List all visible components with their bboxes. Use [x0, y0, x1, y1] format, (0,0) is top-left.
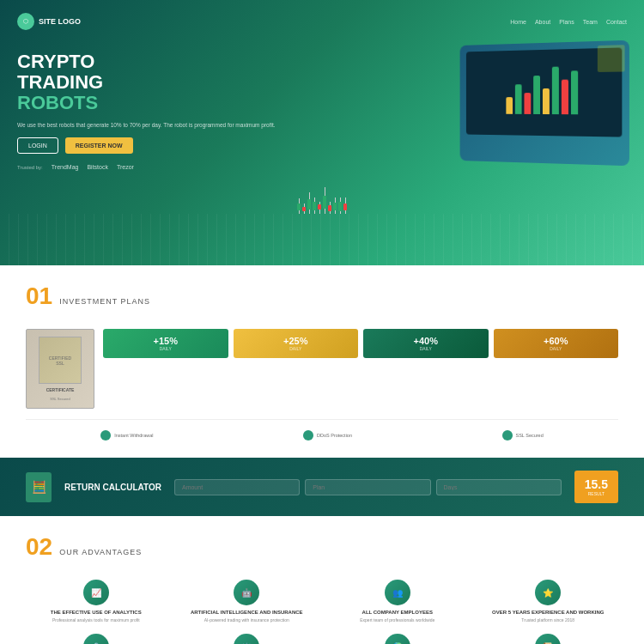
nav-home[interactable]: Home — [510, 19, 526, 25]
check-icon-1 — [100, 430, 111, 440]
adv-header: 02 OUR ADVANTAGES — [26, 533, 618, 567]
calc-result: 15.5 RESULT — [574, 471, 618, 503]
adv-item-3: 👥 ALL COMPANY EMPLOYEES Expert team of p… — [327, 580, 468, 623]
plan3-percent: +40% — [368, 336, 484, 346]
logo-text: SITE LOGO — [39, 17, 81, 26]
adv-grid: 📈 THE EFFECTIVE USE OF ANALYTICS Profess… — [26, 580, 618, 644]
adv-item-6: ⚖️ REGULATED LEVERAGED TRADING CONTROL R… — [177, 634, 318, 644]
calc-inputs — [174, 479, 562, 495]
footer-text-2: DDoS Protection — [317, 433, 352, 438]
adv-desc-1: Professional analysis tools for maximum … — [26, 617, 167, 623]
section2-number: 02 — [26, 533, 52, 561]
nav-plans[interactable]: Plans — [559, 19, 574, 25]
adv-title-3: ALL COMPANY EMPLOYEES — [327, 610, 468, 615]
adv-icon-3: 👥 — [385, 580, 410, 605]
chart-bars — [501, 66, 582, 118]
calc-result-value: 15.5 — [585, 477, 608, 491]
footer-item-2: DDoS Protection — [303, 430, 352, 440]
calc-title: RETURN CALCULATOR — [64, 483, 161, 492]
register-button[interactable]: REGISTER NOW — [65, 137, 133, 154]
section1-number: 01 — [26, 283, 52, 310]
adv-item-5: 🔒 HIGH SECURITY LEVEL Advanced security … — [26, 634, 167, 644]
hero-title-robots: ROBOTS — [17, 93, 292, 113]
adv-desc-4: Trusted platform since 2018 — [478, 617, 619, 623]
adv-item-4: ⭐ OVER 5 YEARS EXPERIENCE AND WORKING Tr… — [478, 580, 619, 623]
plans-section: 01 INVESTMENT PLANS CERTIFIEDSSL CERTIFI… — [0, 265, 644, 458]
hero-content: CRYPTO TRADING ROBOTS We use the best ro… — [17, 43, 627, 170]
hero-image — [322, 43, 627, 163]
plan-card-4[interactable]: +60% DAILY — [494, 329, 619, 358]
section1-title: INVESTMENT PLANS — [59, 297, 150, 306]
adv-desc-2: AI-powered trading with insurance protec… — [177, 617, 318, 623]
adv-title-1: THE EFFECTIVE USE OF ANALYTICS — [26, 610, 167, 615]
adv-icon-6: ⚖️ — [234, 634, 259, 644]
nav-about[interactable]: About — [535, 19, 550, 25]
partner-bitstock: Bitstock — [87, 164, 108, 170]
calc-result-label: RESULT — [585, 491, 608, 496]
plan2-percent: +25% — [238, 336, 355, 346]
hero-subtitle: We use the best robots that generate 10%… — [17, 121, 292, 130]
plan2-label: DAILY — [238, 346, 355, 351]
partner-label: Trusted by: — [17, 165, 43, 170]
footer-text-3: SSL Secured — [516, 433, 544, 438]
footer-item-3: SSL Secured — [502, 430, 544, 440]
footer-item-1: Instant Withdrawal — [100, 430, 153, 440]
hero-buttons: LOGIN REGISTER NOW — [17, 137, 292, 154]
login-button[interactable]: LOGIN — [17, 137, 58, 154]
adv-item-8: 📜 LICENSED SMART CONTRACTS Legal smart c… — [478, 634, 619, 644]
hero-title-trading: TRADING — [17, 72, 292, 93]
check-icon-3 — [502, 430, 513, 440]
calc-title-wrap: RETURN CALCULATOR — [64, 483, 161, 492]
adv-icon-8: 📜 — [535, 634, 561, 644]
plan1-percent: +15% — [107, 336, 224, 346]
footer-text-1: Instant Withdrawal — [114, 433, 153, 438]
cert-badge: SSL Secured — [33, 397, 87, 401]
main-nav: ⬡ SITE LOGO Home About Plans Team Contac… — [17, 13, 627, 30]
advantages-section: 02 OUR ADVANTAGES 📈 THE EFFECTIVE USE OF… — [0, 516, 644, 644]
adv-icon-5: 🔒 — [83, 634, 109, 644]
hero-title-crypto: CRYPTO — [17, 52, 292, 72]
adv-title-2: ARTIFICIAL INTELLIGENCE AND INSURANCE — [177, 610, 318, 615]
hero-candles — [17, 187, 627, 214]
adv-icon-2: 🤖 — [234, 580, 259, 605]
plan-card-2[interactable]: +25% DAILY — [234, 329, 359, 358]
adv-icon-7: 🌍 — [385, 634, 410, 644]
plan4-label: DAILY — [498, 346, 615, 351]
plan-card-1[interactable]: +15% DAILY — [103, 329, 228, 358]
hero-partners: Trusted by: TrendMag Bitstock Trezor — [17, 164, 292, 170]
adv-icon-1: 📈 — [83, 580, 109, 605]
logo-icon: ⬡ — [17, 13, 34, 30]
hero-deco-lines — [0, 214, 644, 265]
site-logo: ⬡ SITE LOGO — [17, 13, 81, 30]
section2-title: OUR ADVANTAGES — [59, 548, 142, 556]
partner-trezor: Trezor — [117, 164, 134, 170]
hero-section: ⬡ SITE LOGO Home About Plans Team Contac… — [0, 0, 644, 265]
adv-icon-4: ⭐ — [535, 580, 561, 605]
plan-card-3[interactable]: +40% DAILY — [363, 329, 489, 358]
nav-team[interactable]: Team — [583, 19, 598, 25]
calc-days-input[interactable] — [436, 479, 562, 495]
laptop-mockup — [460, 40, 629, 166]
hero-text: CRYPTO TRADING ROBOTS We use the best ro… — [17, 43, 292, 170]
calculator-icon: 🧮 — [26, 472, 52, 502]
adv-item-2: 🤖 ARTIFICIAL INTELLIGENCE AND INSURANCE … — [177, 580, 318, 623]
plan-cards: +15% DAILY +25% DAILY +40% DAILY +60% DA… — [103, 329, 618, 358]
plans-grid: CERTIFIEDSSL CERTIFICATE SSL Secured +15… — [26, 329, 618, 409]
nav-contact[interactable]: Contact — [606, 19, 627, 25]
partner-trendmag: TrendMag — [52, 164, 79, 170]
plan-certificate: CERTIFIEDSSL CERTIFICATE SSL Secured — [26, 329, 94, 409]
plan4-percent: +60% — [498, 336, 615, 346]
nav-links: Home About Plans Team Contact — [510, 19, 627, 25]
adv-title-4: OVER 5 YEARS EXPERIENCE AND WORKING — [478, 610, 619, 615]
calc-amount-input[interactable] — [174, 479, 300, 495]
plan3-label: DAILY — [368, 346, 484, 351]
cert-title: CERTIFICATE — [33, 387, 87, 392]
adv-item-7: 🌍 THE BEST PROVIDER IN THE WORLD Award-w… — [327, 634, 468, 644]
plan1-label: DAILY — [107, 346, 224, 351]
calculator-section: 🧮 RETURN CALCULATOR 15.5 RESULT — [0, 458, 644, 516]
plans-header: 01 INVESTMENT PLANS — [26, 283, 618, 316]
calc-plan-input[interactable] — [305, 479, 430, 495]
adv-item-1: 📈 THE EFFECTIVE USE OF ANALYTICS Profess… — [26, 580, 167, 623]
plans-footer: Instant Withdrawal DDoS Protection SSL S… — [26, 419, 618, 440]
check-icon-2 — [303, 430, 313, 440]
